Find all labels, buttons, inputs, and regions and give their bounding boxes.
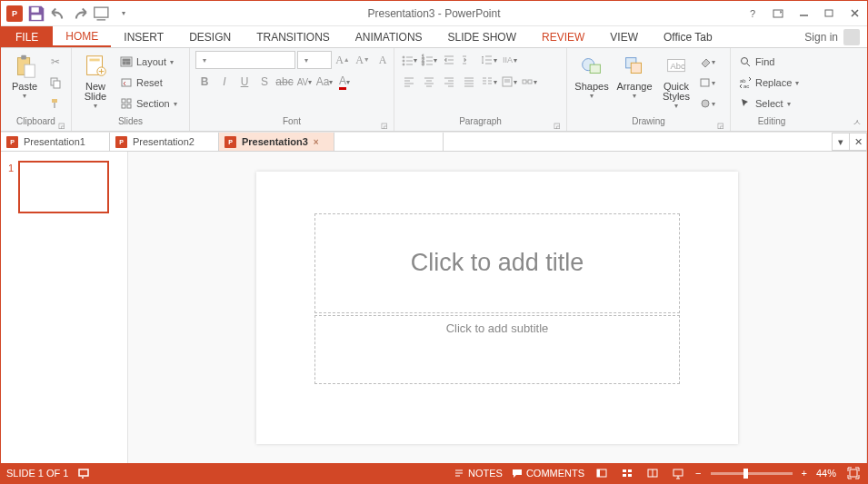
- tab-file[interactable]: FILE: [1, 26, 53, 47]
- doctab-presentation3[interactable]: PPresentation3×: [219, 133, 334, 151]
- redo-icon[interactable]: [70, 4, 90, 24]
- justify-icon[interactable]: [460, 73, 478, 91]
- font-family-combo[interactable]: ▾: [195, 51, 295, 69]
- slide-thumbnail-1[interactable]: 1: [8, 161, 120, 213]
- slide[interactable]: Click to add title Click to add subtitle: [256, 172, 738, 444]
- zoom-slider[interactable]: [711, 472, 793, 475]
- collapse-ribbon-icon[interactable]: ㅅ: [853, 116, 862, 129]
- zoom-slider-thumb[interactable]: [743, 469, 748, 479]
- columns-icon[interactable]: ▾: [480, 73, 498, 91]
- section-button[interactable]: Section▾: [117, 94, 180, 113]
- shape-fill-icon[interactable]: ▾: [698, 53, 716, 71]
- tablist-dropdown-icon[interactable]: ▾: [832, 133, 850, 151]
- bold-icon[interactable]: B: [195, 73, 214, 91]
- maximize-icon[interactable]: [816, 3, 842, 25]
- character-spacing-icon[interactable]: AV▾: [295, 73, 314, 91]
- help-icon[interactable]: ?: [740, 3, 765, 25]
- new-doctab-button[interactable]: [334, 133, 444, 151]
- tab-transitions[interactable]: TRANSITIONS: [244, 26, 343, 47]
- group-drawing-label: Drawing: [632, 116, 665, 126]
- subtitle-placeholder[interactable]: Click to add subtitle: [314, 315, 680, 384]
- tab-home[interactable]: HOME: [53, 26, 111, 47]
- normal-view-icon[interactable]: [594, 465, 610, 481]
- ribbon: Paste ▾ ✂ Clipboard◲ New Slide ▾ Layout▾…: [1, 48, 867, 132]
- thumbnail-pane[interactable]: 1: [1, 152, 128, 463]
- tablist-close-icon[interactable]: ✕: [849, 133, 867, 151]
- zoom-level[interactable]: 44%: [816, 468, 836, 479]
- select-button[interactable]: Select▾: [736, 94, 802, 113]
- undo-icon[interactable]: [48, 4, 68, 24]
- font-size-combo[interactable]: ▾: [297, 51, 332, 69]
- minimize-icon[interactable]: [791, 3, 816, 25]
- find-button[interactable]: Find: [736, 53, 802, 71]
- font-launcher-icon[interactable]: ◲: [381, 122, 388, 130]
- quick-styles-button[interactable]: Abc Quick Styles▾: [658, 51, 694, 110]
- text-direction-icon[interactable]: IIA▾: [500, 51, 518, 69]
- sign-in[interactable]: Sign in: [797, 26, 867, 47]
- format-painter-icon[interactable]: [46, 94, 65, 113]
- numbering-icon[interactable]: 123▾: [420, 51, 438, 69]
- close-icon[interactable]: [842, 3, 867, 25]
- group-clipboard-label: Clipboard: [16, 116, 55, 126]
- slideshow-view-icon[interactable]: [670, 465, 686, 481]
- clear-formatting-icon[interactable]: A: [374, 51, 392, 69]
- new-slide-button[interactable]: New Slide ▾: [77, 51, 114, 110]
- fit-to-window-icon[interactable]: [845, 465, 862, 481]
- paste-button[interactable]: Paste ▾: [6, 51, 43, 100]
- slide-canvas-area[interactable]: Click to add title Click to add subtitle: [128, 152, 867, 463]
- align-left-icon[interactable]: [400, 73, 418, 91]
- align-right-icon[interactable]: [440, 73, 458, 91]
- align-center-icon[interactable]: [420, 73, 438, 91]
- start-from-beginning-icon[interactable]: [92, 4, 112, 24]
- close-tab-icon[interactable]: ×: [314, 137, 319, 147]
- doctab-presentation1[interactable]: PPresentation1: [1, 133, 110, 151]
- copy-icon[interactable]: [46, 74, 65, 92]
- spell-check-icon[interactable]: [77, 467, 90, 479]
- replace-button[interactable]: abacReplace▾: [736, 74, 802, 92]
- cut-icon[interactable]: ✂: [46, 53, 65, 71]
- slide-sorter-view-icon[interactable]: [619, 465, 635, 481]
- svg-rect-20: [122, 104, 125, 108]
- smartart-icon[interactable]: ▾: [520, 73, 538, 91]
- tab-review[interactable]: REVIEW: [529, 26, 597, 47]
- save-icon[interactable]: [26, 4, 46, 24]
- italic-icon[interactable]: I: [215, 73, 234, 91]
- reading-view-icon[interactable]: [644, 465, 661, 481]
- line-spacing-icon[interactable]: ▾: [480, 51, 498, 69]
- tab-officetab[interactable]: Office Tab: [651, 26, 725, 47]
- decrease-indent-icon[interactable]: [440, 51, 458, 69]
- tab-slideshow[interactable]: SLIDE SHOW: [435, 26, 529, 47]
- strikethrough-icon[interactable]: abc: [275, 73, 294, 91]
- shape-outline-icon[interactable]: ▾: [698, 74, 716, 92]
- shadow-icon[interactable]: S: [255, 73, 274, 91]
- increase-indent-icon[interactable]: [460, 51, 478, 69]
- arrange-button[interactable]: Arrange▾: [614, 51, 654, 100]
- bullets-icon[interactable]: ▾: [400, 51, 418, 69]
- shrink-font-icon[interactable]: A▼: [354, 51, 372, 69]
- qat-customize-icon[interactable]: ▾: [114, 4, 134, 24]
- font-color-icon[interactable]: A▾: [335, 73, 354, 91]
- zoom-in-icon[interactable]: +: [802, 468, 807, 479]
- tab-design[interactable]: DESIGN: [176, 26, 244, 47]
- notes-button[interactable]: NOTES: [454, 468, 503, 479]
- grow-font-icon[interactable]: A▲: [334, 51, 352, 69]
- paragraph-launcher-icon[interactable]: ◲: [554, 122, 561, 130]
- ribbon-display-icon[interactable]: [765, 3, 791, 25]
- tab-insert[interactable]: INSERT: [111, 26, 176, 47]
- drawing-launcher-icon[interactable]: ◲: [717, 122, 724, 130]
- clipboard-launcher-icon[interactable]: ◲: [58, 122, 65, 130]
- tab-animations[interactable]: ANIMATIONS: [343, 26, 435, 47]
- underline-icon[interactable]: U: [235, 73, 254, 91]
- zoom-out-icon[interactable]: −: [695, 468, 701, 479]
- shape-effects-icon[interactable]: ▾: [698, 94, 716, 113]
- title-placeholder[interactable]: Click to add title: [314, 213, 680, 313]
- change-case-icon[interactable]: Aa▾: [315, 73, 334, 91]
- comments-button[interactable]: COMMENTS: [512, 468, 584, 479]
- align-text-icon[interactable]: ▾: [500, 73, 518, 91]
- doctab-presentation2[interactable]: PPresentation2: [110, 133, 219, 151]
- layout-button[interactable]: Layout▾: [117, 53, 180, 71]
- tab-view[interactable]: VIEW: [597, 26, 651, 47]
- slide-count[interactable]: SLIDE 1 OF 1: [6, 468, 68, 479]
- reset-button[interactable]: Reset: [117, 74, 180, 92]
- shapes-button[interactable]: Shapes▾: [573, 51, 611, 100]
